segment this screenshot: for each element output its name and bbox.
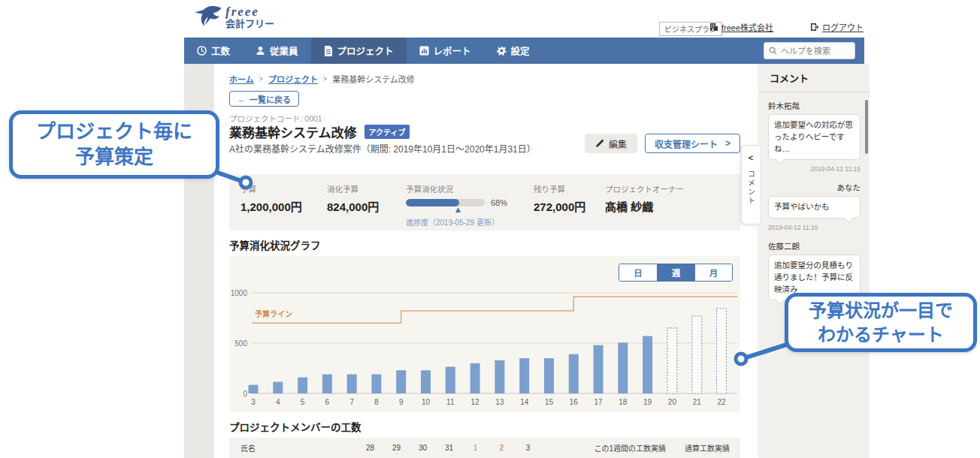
project-description: A社の業務基幹システム改修案件（期間: 2019年10月1日～2020年1月31… [229,142,536,155]
company-name[interactable]: freee株式会社 [721,21,773,33]
freee-logo[interactable]: freee 会計フリー [192,5,274,29]
breadcrumb: ホーム > プロジェクト > 業務基幹システム改修 [229,73,415,85]
range-week-button[interactable]: 週 [657,264,694,281]
table-header-cell: 通算工数実績 [685,442,730,453]
svg-text:20: 20 [668,398,677,406]
stat-label: 予算消化状況 [406,183,519,194]
nav-item-reports[interactable]: レポート [407,38,484,64]
svg-text:11: 11 [446,398,455,406]
sheet-label: 収支管理シート [655,137,718,150]
budget-progress-bar [406,199,485,206]
chart-section-title: 予算消化状況グラフ [229,237,321,252]
stat-project-owner: プロジェクトオーナー 髙橋 紗織 [605,183,740,231]
svg-text:14: 14 [520,398,529,406]
nav-item-employees[interactable]: 従業員 [243,38,311,64]
nav-item-settings[interactable]: 設定 [484,38,543,64]
comment-timestamp: 2019-04-12 11:15 [768,165,861,173]
comments-collapse-tab[interactable]: < コメント [741,145,760,224]
svg-text:10: 10 [422,398,431,406]
svg-text:9: 9 [399,398,404,406]
logout-icon [810,23,819,32]
document-icon [324,46,333,56]
help-search-box[interactable] [764,42,855,59]
nav-label: 工数 [211,44,230,58]
breadcrumb-separator: > [323,75,327,83]
page-title: 業務基幹システム改修 [229,122,357,141]
comments-scrollbar[interactable] [865,100,868,154]
table-header-cell: 2 [488,444,515,452]
back-arrow-icon: ← [237,95,246,104]
stat-value: 髙橋 紗織 [605,198,733,214]
range-day-button[interactable]: 日 [619,264,657,281]
breadcrumb-projects[interactable]: プロジェクト [268,73,318,85]
back-label: 一覧に戻る [250,93,291,105]
svg-text:18: 18 [619,398,628,406]
callout-chart-at-a-glance: 予算状況が一目で わかるチャート [785,293,977,352]
logout-label[interactable]: ログアウト [822,21,864,33]
callout-budget-per-project: プロジェクト毎に 予算策定 [9,110,219,179]
table-header-cell: 31 [436,444,462,452]
nav-item-worktime[interactable]: 工数 [184,38,243,64]
svg-text:7: 7 [349,398,354,406]
members-section-title: プロジェクトメンバーの工数 [229,419,361,434]
stat-label: 消化予算 [327,183,398,194]
comments-title: コメント [759,64,870,92]
table-header-cell: この1週間の工数実績 [594,442,666,453]
svg-text:17: 17 [594,398,603,406]
company-link[interactable]: freee株式会社 [709,21,773,33]
nav-label: 従業員 [270,44,298,58]
budget-chart-panel: 日 週 月 0500100034567891011121314151617181… [229,256,740,412]
swallow-logo-icon [192,5,222,29]
svg-text:0: 0 [243,390,247,398]
range-month-button[interactable]: 月 [694,264,732,281]
comment-bubble: 追加要望への対応が思ったよりヘビーですね… [768,114,861,160]
logout-link[interactable]: ログアウト [810,21,864,33]
stat-consumed-budget: 消化予算 824,000円 [327,183,406,231]
breadcrumb-home[interactable]: ホーム [229,73,254,85]
stat-value: 1,200,000円 [240,198,319,214]
budget-chart: 0500100034567891011121314151617181920212… [229,285,740,411]
progress-note: 進捗度（2019-05-29 更新） [406,216,526,227]
comment-author: あなた [768,182,861,193]
nav-item-projects[interactable]: プロジェクト [311,38,407,64]
stat-label: プロジェクトオーナー [605,183,733,194]
callout-line: わかるチャート [788,323,973,346]
svg-text:21: 21 [693,398,702,406]
project-detail-panel: ホーム > プロジェクト > 業務基幹システム改修 ← 一覧に戻る プロジェクト… [214,64,759,458]
table-header-cell: 30 [410,444,436,452]
comments-tab-label: コメント [746,170,757,206]
chevron-left-icon: < [749,153,753,162]
table-header-cell: 1 [462,444,488,452]
edit-button[interactable]: 編集 [585,134,637,153]
page: freee 会計フリー ビジネスプラン freee株式会社 ログアウト [0,0,980,458]
pencil-icon [595,139,604,148]
income-sheet-button[interactable]: 収支管理シート > [645,134,740,153]
stat-label: 残り予算 [534,183,597,194]
stat-label: 予算 [240,183,319,194]
comment-author: 鈴木拓哉 [768,100,861,111]
table-header-cell: 29 [383,444,410,452]
back-to-list-button[interactable]: ← 一覧に戻る [229,91,299,107]
comments-panel: コメント 鈴木拓哉追加要望への対応が思ったよりヘビーですね…2019-04-12… [759,64,870,458]
logo-script: freee [225,5,274,18]
svg-text:予算ライン: 予算ライン [255,309,292,318]
comment-bubble: 予算やばいかも [768,196,861,218]
search-icon [769,47,777,55]
table-header-cell: 28 [357,444,383,452]
stat-value: 824,000円 [327,198,398,214]
clock-icon [197,46,207,56]
table-header-cell: 3 [515,444,541,452]
svg-text:19: 19 [643,398,652,406]
svg-text:4: 4 [276,398,280,406]
stat-budget: 予算 1,200,000円 [240,183,327,231]
svg-text:22: 22 [717,398,726,406]
svg-text:15: 15 [545,398,554,406]
stat-budget-progress: 予算消化状況 68% ▲ 進捗度（2019-05-29 更新） [406,183,526,231]
budget-progress-fill [406,199,459,206]
help-search-input[interactable] [781,47,848,56]
members-table-header: 氏名28293031123この1週間の工数実績通算工数実績 [229,438,740,458]
top-header: freee 会計フリー ビジネスプラン freee株式会社 ログアウト [0,0,980,38]
svg-text:6: 6 [325,398,330,406]
comment-timestamp: 2019-04-12 11:15 [768,224,861,231]
building-icon [709,23,718,32]
